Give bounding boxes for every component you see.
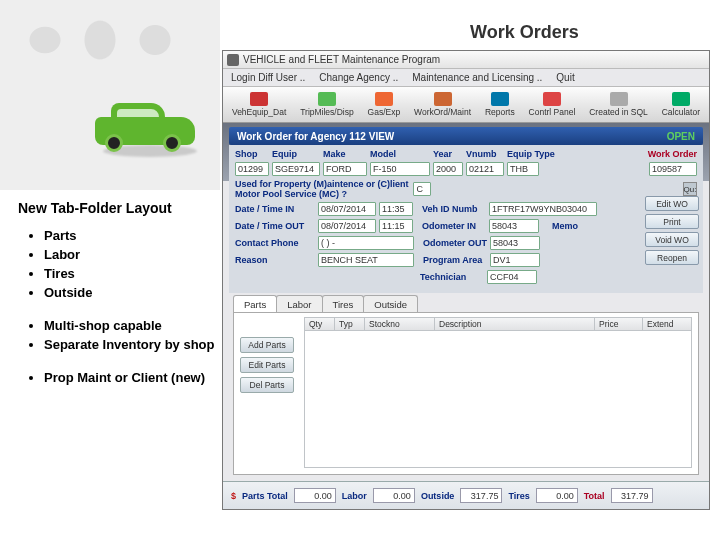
lbl-outside-total: Outside <box>421 491 455 501</box>
fld-equip[interactable]: SGE9714 <box>272 162 320 176</box>
lbl-cp: Contact Phone <box>235 238 315 248</box>
toolbar-btn-vehequip[interactable]: VehEquip_Dat <box>232 92 286 117</box>
lbl-wo: Work Order <box>648 149 697 159</box>
lbl-dto: Date / Time OUT <box>235 221 315 231</box>
col-desc: Description <box>435 318 595 330</box>
menu-item[interactable]: Maintenance and Licensing .. <box>412 72 542 83</box>
work-order-form: Shop Equip Make Model Year Vnumb Equip T… <box>229 145 703 293</box>
col-typ: Typ <box>335 318 365 330</box>
tab-parts[interactable]: Parts <box>233 295 277 312</box>
col-stockno: Stockno <box>365 318 435 330</box>
add-parts-button[interactable]: Add Parts <box>240 337 294 353</box>
fld-date-out[interactable]: 08/07/2014 <box>318 219 376 233</box>
edit-parts-button[interactable]: Edit Parts <box>240 357 294 373</box>
del-parts-button[interactable]: Del Parts <box>240 377 294 393</box>
lbl-make: Make <box>323 149 367 159</box>
void-wo-button[interactable]: Void WO <box>645 232 699 247</box>
toolbar-btn-ctrlpanel[interactable]: Contrl Panel <box>529 92 576 117</box>
fld-time-out[interactable]: 11:15 <box>379 219 413 233</box>
qu-button[interactable]: Qu: <box>683 182 697 196</box>
fld-reason[interactable]: BENCH SEAT <box>318 253 414 267</box>
fld-pa[interactable]: DV1 <box>490 253 540 267</box>
toolbar-btn-reports[interactable]: Reports <box>485 92 515 117</box>
grid-header: Qty Typ Stockno Description Price Extend <box>304 317 692 331</box>
menu-item[interactable]: Login Diff User .. <box>231 72 305 83</box>
fld-etype[interactable]: THB <box>507 162 539 176</box>
lbl-tech: Technician <box>420 272 484 282</box>
totals-bar: $ Parts Total 0.00 Labor 0.00 Outside 31… <box>223 481 709 509</box>
menu-bar: Login Diff User .. Change Agency .. Main… <box>223 69 709 87</box>
toolbar: VehEquip_Dat TripMiles/Disp Gas/Exp Work… <box>223 87 709 123</box>
app-icon <box>227 54 239 66</box>
fld-phone[interactable]: ( ) - <box>318 236 414 250</box>
lbl-equip: Equip <box>272 149 320 159</box>
app-window: VEHICLE and FLEET Maintenance Program Lo… <box>222 50 710 510</box>
menu-item[interactable]: Change Agency .. <box>319 72 398 83</box>
fld-shop[interactable]: 01299 <box>235 162 269 176</box>
app-titlebar: VEHICLE and FLEET Maintenance Program <box>223 51 709 69</box>
lbl-memo: Memo <box>552 221 578 231</box>
fld-mc[interactable]: C <box>413 182 431 196</box>
val-grand-total: 317.79 <box>611 488 653 503</box>
col-qty: Qty <box>305 318 335 330</box>
toolbar-btn-trip[interactable]: TripMiles/Disp <box>300 92 354 117</box>
lbl-year: Year <box>433 149 463 159</box>
fld-make[interactable]: FORD <box>323 162 367 176</box>
currency-symbol: $ <box>231 491 236 501</box>
fld-model[interactable]: F-150 <box>370 162 430 176</box>
lbl-parts-total: Parts Total <box>242 491 288 501</box>
tab-labor[interactable]: Labor <box>276 295 322 312</box>
lbl-grand-total: Total <box>584 491 605 501</box>
val-labor-total: 0.00 <box>373 488 415 503</box>
menu-item[interactable]: Quit <box>556 72 574 83</box>
lbl-vnumb: Vnumb <box>466 149 504 159</box>
col-extend: Extend <box>643 318 691 330</box>
tab-pane: Add Parts Edit Parts Del Parts Qty Typ S… <box>233 312 699 475</box>
fld-odo-in[interactable]: 58043 <box>489 219 539 233</box>
val-parts-total: 0.00 <box>294 488 336 503</box>
work-order-header: Work Order for Agency 112 VIEW OPEN <box>229 127 703 145</box>
toolbar-btn-calc[interactable]: Calculator <box>662 92 700 117</box>
app-title: VEHICLE and FLEET Maintenance Program <box>243 54 440 65</box>
fld-vnumb[interactable]: 02121 <box>466 162 504 176</box>
fld-odo-out[interactable]: 58043 <box>490 236 540 250</box>
lbl-etype: Equip Type <box>507 149 557 159</box>
val-tires-total: 0.00 <box>536 488 578 503</box>
tab-outside[interactable]: Outside <box>363 295 418 312</box>
lbl-vin: Veh ID Numb <box>422 204 486 214</box>
fld-vin[interactable]: 1FTRF17W9YNB03040 <box>489 202 597 216</box>
lbl-reason: Reason <box>235 255 315 265</box>
tab-tires[interactable]: Tires <box>322 295 365 312</box>
val-outside-total: 317.75 <box>460 488 502 503</box>
lbl-model: Model <box>370 149 430 159</box>
lbl-pa: Program Area <box>423 255 487 265</box>
lbl-odo-in: Odometer IN <box>422 221 486 231</box>
fld-time-in[interactable]: 11:35 <box>379 202 413 216</box>
detail-tabs: Parts Labor Tires Outside <box>233 295 417 312</box>
print-button[interactable]: Print <box>645 214 699 229</box>
fld-date-in[interactable]: 08/07/2014 <box>318 202 376 216</box>
lbl-labor-total: Labor <box>342 491 367 501</box>
fld-year[interactable]: 2000 <box>433 162 463 176</box>
toolbar-btn-workord[interactable]: WorkOrd/Maint <box>414 92 471 117</box>
fld-tech[interactable]: CCF04 <box>487 270 537 284</box>
lbl-shop: Shop <box>235 149 269 159</box>
wo-status: OPEN <box>667 131 695 142</box>
wo-header-title: Work Order for Agency 112 VIEW <box>237 131 394 142</box>
lbl-tires-total: Tires <box>508 491 529 501</box>
toolbar-btn-gas[interactable]: Gas/Exp <box>368 92 401 117</box>
lbl-dti: Date / Time IN <box>235 204 315 214</box>
toolbar-btn-sql[interactable]: Created in SQL <box>589 92 648 117</box>
edit-wo-button[interactable]: Edit WO <box>645 196 699 211</box>
lbl-odo-out: Odometer OUT <box>423 238 487 248</box>
col-price: Price <box>595 318 643 330</box>
fld-wo[interactable]: 109587 <box>649 162 697 176</box>
slide-title: Work Orders <box>470 22 579 43</box>
reopen-button[interactable]: Reopen <box>645 250 699 265</box>
lbl-used-for: Used for Property (M)aintence or (C)lien… <box>235 179 410 199</box>
grid-body[interactable] <box>304 331 692 468</box>
